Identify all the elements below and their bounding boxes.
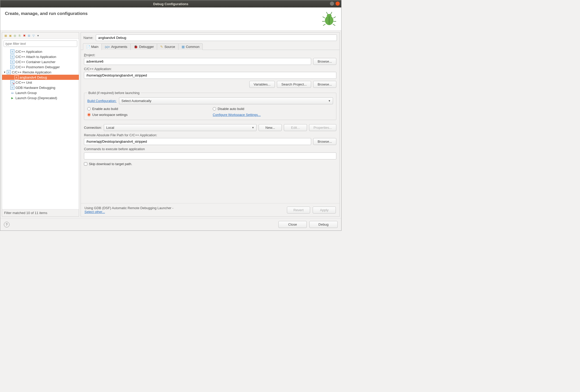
tree-toolbar: ▦ ▣ ◎ ⎘ ✖ ⊟ ▽ ▾ [2,32,79,39]
connection-select[interactable]: Local ▼ [104,124,257,131]
use-workspace-settings-radio[interactable]: Use workspace settings [87,113,208,117]
tab-debugger[interactable]: 🐞Debugger [130,43,157,50]
common-tab-icon: ▦ [182,45,185,49]
select-other-link[interactable]: Select other... [84,210,105,214]
search-project-button[interactable]: Search Project... [277,81,311,88]
connection-label: Connection: [84,126,102,130]
dropdown-icon[interactable]: ▾ [36,33,40,38]
tab-source[interactable]: ✎Source [157,43,178,50]
configurations-tree-panel: ▦ ▣ ◎ ⎘ ✖ ⊟ ▽ ▾ cC/C++ Application cC/C+… [2,32,79,217]
revert-button[interactable]: Revert [287,207,310,214]
expand-icon[interactable]: ▼ [3,71,6,74]
tab-common[interactable]: ▦Common [178,43,203,50]
dialog-footer: ? Close Debug [0,218,341,231]
chevron-down-icon: ▼ [252,126,254,129]
variables-button[interactable]: Variables... [249,81,275,88]
tree-item-cpp-remote[interactable]: ▼cC/C++ Remote Application [2,70,79,75]
titlebar: Debug Configurations [0,0,341,7]
tree-item-cpp-unit[interactable]: cC/C++ Unit [2,80,79,85]
app-browse-button[interactable]: Browse... [313,81,336,88]
arguments-tab-icon: (x)= [105,45,110,48]
commands-input[interactable] [84,152,336,159]
svg-line-3 [323,17,325,18]
project-input[interactable] [84,58,311,65]
tree-item-angbandv4-debug[interactable]: cangbandv4 Debug [2,75,79,80]
svg-line-10 [330,12,332,14]
name-label: Name: [83,36,93,40]
tree-item-launch-group[interactable]: 🗂Launch Group [2,90,79,95]
build-configuration-select[interactable]: Select Automatically ▼ [119,97,333,104]
tree-item-cpp-attach[interactable]: cC/C++ Attach to Application [2,54,79,59]
remote-path-label: Remote Absolute File Path for C/C++ Appl… [84,133,336,137]
svg-line-9 [326,12,328,14]
tab-arguments[interactable]: (x)=Arguments [101,43,131,50]
dialog-header: Create, manage, and run configurations [0,7,341,31]
app-label: C/C++ Application: [84,67,336,71]
window-title: Debug Configurations [153,2,189,6]
svg-line-8 [333,24,335,25]
tree-item-cpp-container[interactable]: cC/C++ Container Launcher [2,59,79,64]
disable-auto-build-radio[interactable]: Disable auto build [213,107,333,111]
config-editor-panel: Name: 📄Main (x)=Arguments 🐞Debugger ✎Sou… [81,32,340,217]
close-button[interactable]: Close [278,221,307,228]
source-tab-icon: ✎ [160,45,163,49]
new-config-icon[interactable]: ▦ [4,33,8,38]
name-input[interactable] [96,35,337,41]
dialog-title: Create, manage, and run configurations [5,11,88,16]
new-prototype-icon[interactable]: ▣ [8,33,12,38]
new-connection-button[interactable]: New... [259,124,282,131]
svg-line-7 [323,24,325,25]
debug-configurations-window: Debug Configurations Create, manage, and… [0,0,342,231]
skip-download-checkbox[interactable]: Skip download to target path. [84,162,336,166]
export-icon[interactable]: ◎ [13,33,17,38]
tree-item-launch-group-deprecated[interactable]: ▶Launch Group (Deprecated) [2,95,79,100]
config-tabs: 📄Main (x)=Arguments 🐞Debugger ✎Source ▦C… [81,43,339,50]
svg-line-4 [333,17,336,18]
bug-icon [322,11,337,27]
tree-item-gdb-hardware[interactable]: cGDB Hardware Debugging [2,85,79,90]
debugger-tab-icon: 🐞 [134,45,138,49]
filter-status: Filter matched 10 of 11 items [2,209,79,216]
config-tree[interactable]: cC/C++ Application cC/C++ Attach to Appl… [2,48,79,209]
app-input[interactable] [84,72,336,79]
remote-path-input[interactable] [84,138,311,145]
delete-icon[interactable]: ✖ [22,33,26,38]
properties-button[interactable]: Properties... [309,124,336,131]
filter-input[interactable] [4,40,77,47]
tab-main[interactable]: 📄Main [83,43,102,50]
debug-button[interactable]: Debug [309,221,338,228]
launcher-row: Using GDB (DSF) Automatic Remote Debuggi… [81,203,339,216]
main-tab-content: Project: Browse... C/C++ Application: Va… [81,50,339,203]
tree-item-cpp-application[interactable]: cC/C++ Application [2,49,79,54]
configure-workspace-link[interactable]: Configure Workspace Settings... [213,113,261,117]
build-group: Build (if required) before launching Bui… [84,91,336,120]
main-tab-icon: 📄 [86,45,90,49]
launch-group-icon: 🗂 [10,91,14,95]
help-icon[interactable]: ? [4,222,10,227]
project-label: Project: [84,53,336,57]
filter-icon[interactable]: ▽ [31,33,36,38]
minimize-icon[interactable] [330,2,334,6]
tree-item-cpp-postmortem[interactable]: cC/C++ Postmortem Debugger [2,64,79,70]
launcher-text: Using GDB (DSF) Automatic Remote Debuggi… [84,206,173,210]
chevron-down-icon: ▼ [328,99,331,102]
apply-button[interactable]: Apply [313,207,336,214]
project-browse-button[interactable]: Browse... [313,58,336,65]
commands-label: Commands to execute before application [84,147,336,151]
play-icon: ▶ [10,96,14,100]
build-configuration-link[interactable]: Build Configuration: [87,99,116,103]
duplicate-icon[interactable]: ⎘ [18,33,22,38]
build-legend: Build (if required) before launching [87,91,141,95]
enable-auto-build-radio[interactable]: Enable auto build [87,107,208,111]
edit-connection-button[interactable]: Edit... [284,124,307,131]
collapse-all-icon[interactable]: ⊟ [27,33,31,38]
remote-browse-button[interactable]: Browse... [313,138,336,145]
close-window-icon[interactable] [336,2,340,6]
